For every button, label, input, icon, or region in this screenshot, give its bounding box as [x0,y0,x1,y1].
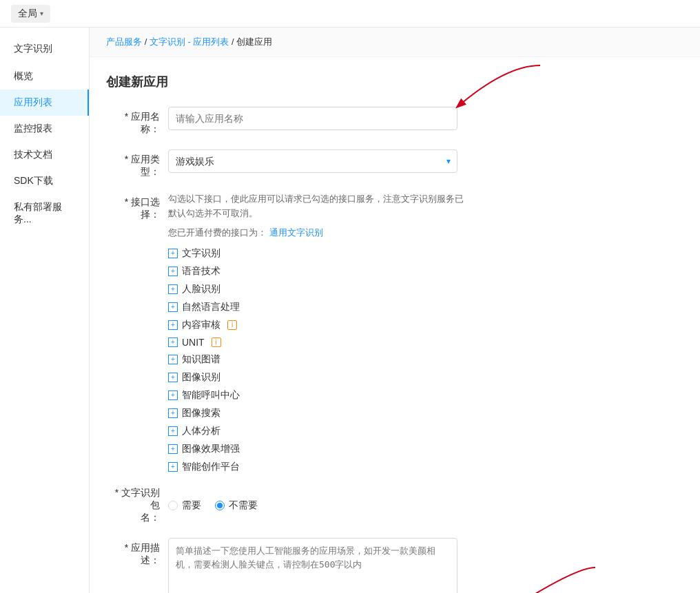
region-selector[interactable]: 全局 ▾ [11,5,50,23]
checkbox-item-knowledge[interactable]: + 知识图谱 [168,353,471,366]
form-row-ocr-package: * 文字识别包 名： 需要 不需要 [106,487,683,524]
sidebar: 文字识别 概览 应用列表 监控报表 技术文档 SDK下载 私有部署服务... [0,28,90,593]
breadcrumb-create: 创建应用 [236,37,272,47]
sidebar-item-app-list[interactable]: 应用列表 [0,90,89,116]
form-row-app-type: * 应用类型： 游戏娱乐 金融 教育 医疗 其他 ▾ [106,149,683,178]
sidebar-item-monitor[interactable]: 监控报表 [0,116,89,142]
form-row-interface: * 接口选择： 勾选以下接口，使此应用可以请求已勾选的接口服务，注意文字识别服务… [106,192,683,473]
app-type-control: 游戏娱乐 金融 教育 医疗 其他 ▾ [168,149,457,173]
checkbox-icon-image-recog: + [168,373,178,382]
app-name-label: * 应用名称： [106,107,168,136]
sidebar-item-private[interactable]: 私有部署服务... [0,194,89,233]
main-layout: 文字识别 概览 应用列表 监控报表 技术文档 SDK下载 私有部署服务... 产… [0,28,700,593]
checkbox-icon-call-center: + [168,391,178,400]
content-area: 产品服务 / 文字识别 - 应用列表 / 创建应用 创建新应用 * 应用名称： [90,28,700,593]
active-interface-name: 通用文字识别 [269,227,323,238]
sidebar-item-overview[interactable]: 概览 [0,63,89,90]
app-type-select[interactable]: 游戏娱乐 金融 教育 医疗 其他 [168,149,457,173]
app-desc-textarea[interactable] [168,538,457,593]
checkbox-item-body-analysis[interactable]: + 人体分析 [168,425,471,437]
form-row-app-name: * 应用名称： [106,107,683,136]
checkbox-icon-image-search: + [168,408,178,418]
checkbox-item-unit[interactable]: + UNIT i [168,337,471,348]
checkbox-icon-content-audit: + [168,320,178,330]
sidebar-title[interactable]: 文字识别 [0,34,89,63]
checkbox-icon-ocr: + [168,249,178,258]
interface-desc-text: 勾选以下接口，使此应用可以请求已勾选的接口服务，注意文字识别服务已默认勾选并不可… [168,192,471,221]
region-label: 全局 [18,8,37,20]
checkbox-icon-body-analysis: + [168,426,178,436]
checkbox-icon-speech: + [168,267,178,276]
info-badge-unit[interactable]: i [212,337,221,347]
sidebar-item-sdk[interactable]: SDK下载 [0,168,89,194]
checkbox-item-ocr[interactable]: + 文字识别 [168,247,471,260]
checkbox-item-content-audit[interactable]: + 内容审核 i [168,319,471,331]
radio-outer-yes [168,501,178,510]
form-row-app-desc: * 应用描述： [106,538,683,593]
breadcrumb-ocr-list[interactable]: 文字识别 - 应用列表 [150,37,229,47]
checkbox-icon-creative: + [168,462,178,472]
top-bar: 全局 ▾ [0,0,700,28]
checkbox-item-nlp[interactable]: + 自然语言处理 [168,301,471,313]
checkbox-icon-unit: + [168,337,178,347]
radio-item-yes[interactable]: 需要 [168,499,201,512]
checkbox-item-face[interactable]: + 人脸识别 [168,283,471,295]
sidebar-item-docs[interactable]: 技术文档 [0,142,89,168]
radio-outer-no [215,501,225,510]
app-name-input[interactable] [168,107,457,130]
checkbox-icon-nlp: + [168,302,178,312]
arrow-2-icon [451,561,602,593]
page-content: 创建新应用 * 应用名称： [90,57,700,593]
radio-inner-no [217,503,223,508]
checkbox-item-creative[interactable]: + 智能创作平台 [168,461,471,473]
chevron-down-icon: ▾ [40,10,43,17]
checkbox-item-image-enhance[interactable]: + 图像效果增强 [168,443,471,455]
app-desc-label: * 应用描述： [106,538,168,567]
checkbox-item-image-recog[interactable]: + 图像识别 [168,371,471,384]
radio-group-ocr: 需要 不需要 [168,499,457,512]
interface-checkbox-list: + 文字识别 + 语音技术 + 人脸识别 [168,247,471,473]
checkbox-item-call-center[interactable]: + 智能呼叫中心 [168,389,471,402]
checkbox-item-speech[interactable]: + 语音技术 [168,265,471,278]
breadcrumb-products[interactable]: 产品服务 [106,37,142,47]
breadcrumb: 产品服务 / 文字识别 - 应用列表 / 创建应用 [90,28,700,57]
ocr-package-label: * 文字识别包 名： [106,487,168,524]
interface-label: * 接口选择： [106,192,168,221]
checkbox-icon-knowledge: + [168,355,178,364]
checkbox-icon-face: + [168,284,178,294]
app-type-label: * 应用类型： [106,149,168,178]
page-title: 创建新应用 [106,74,683,90]
interface-control: 勾选以下接口，使此应用可以请求已勾选的接口服务，注意文字识别服务已默认勾选并不可… [168,192,471,473]
radio-item-no[interactable]: 不需要 [215,499,258,512]
checkbox-item-image-search[interactable]: + 图像搜索 [168,407,471,419]
info-badge-content-audit[interactable]: i [227,320,237,330]
checkbox-icon-image-enhance: + [168,444,178,454]
active-interface-row: 您已开通付费的接口为： 通用文字识别 [168,227,471,239]
app-type-select-wrapper: 游戏娱乐 金融 教育 医疗 其他 ▾ [168,149,457,173]
app-name-control [168,107,457,130]
app-desc-control [168,538,457,593]
ocr-package-control: 需要 不需要 [168,499,457,512]
